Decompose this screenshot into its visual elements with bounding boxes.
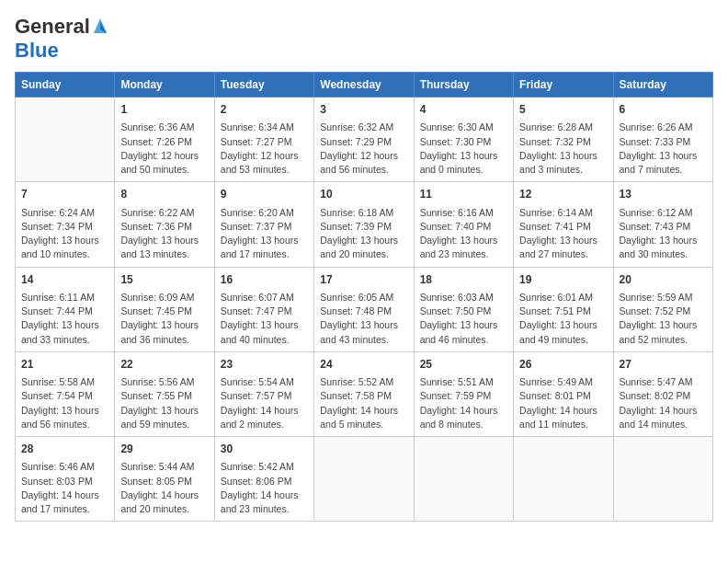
day-number: 19 <box>519 272 607 288</box>
calendar-cell: 19Sunrise: 6:01 AM Sunset: 7:51 PM Dayli… <box>514 267 613 351</box>
day-number: 9 <box>221 187 308 202</box>
calendar-cell: 13Sunrise: 6:12 AM Sunset: 7:43 PM Dayli… <box>613 182 712 267</box>
day-number: 27 <box>620 357 707 373</box>
day-content: Sunrise: 6:34 AM Sunset: 7:27 PM Dayligh… <box>221 121 308 177</box>
logo-arrow-icon <box>90 17 110 37</box>
calendar-week-row: 21Sunrise: 5:58 AM Sunset: 7:54 PM Dayli… <box>16 351 713 436</box>
page-header: General Blue <box>15 15 713 63</box>
calendar-week-row: 28Sunrise: 5:46 AM Sunset: 8:03 PM Dayli… <box>16 437 713 522</box>
calendar-cell: 14Sunrise: 6:11 AM Sunset: 7:44 PM Dayli… <box>16 267 115 351</box>
calendar-week-row: 1Sunrise: 6:36 AM Sunset: 7:26 PM Daylig… <box>16 98 713 182</box>
day-content: Sunrise: 5:58 AM Sunset: 7:54 PM Dayligh… <box>21 375 108 431</box>
day-number: 18 <box>420 272 507 288</box>
day-number: 13 <box>620 187 707 202</box>
logo: General Blue <box>15 15 110 63</box>
day-content: Sunrise: 6:14 AM Sunset: 7:41 PM Dayligh… <box>519 206 607 262</box>
day-number: 3 <box>320 102 407 118</box>
weekday-header: Saturday <box>613 73 712 98</box>
calendar-cell: 5Sunrise: 6:28 AM Sunset: 7:32 PM Daylig… <box>514 98 613 182</box>
calendar-cell: 23Sunrise: 5:54 AM Sunset: 7:57 PM Dayli… <box>214 351 313 436</box>
calendar-cell: 22Sunrise: 5:56 AM Sunset: 7:55 PM Dayli… <box>115 351 214 436</box>
day-number: 5 <box>519 102 607 118</box>
weekday-header: Sunday <box>16 73 115 98</box>
day-content: Sunrise: 6:16 AM Sunset: 7:40 PM Dayligh… <box>420 206 507 262</box>
day-content: Sunrise: 6:09 AM Sunset: 7:45 PM Dayligh… <box>120 291 208 347</box>
calendar-week-row: 14Sunrise: 6:11 AM Sunset: 7:44 PM Dayli… <box>16 267 713 351</box>
weekday-header: Thursday <box>414 73 513 98</box>
calendar-cell: 15Sunrise: 6:09 AM Sunset: 7:45 PM Dayli… <box>115 267 214 351</box>
calendar-cell: 20Sunrise: 5:59 AM Sunset: 7:52 PM Dayli… <box>613 267 712 351</box>
weekday-header: Wednesday <box>314 73 414 98</box>
calendar-cell: 6Sunrise: 6:26 AM Sunset: 7:33 PM Daylig… <box>613 98 712 182</box>
weekday-header: Friday <box>514 73 613 98</box>
day-number: 30 <box>221 442 308 457</box>
weekday-header-row: SundayMondayTuesdayWednesdayThursdayFrid… <box>16 73 713 98</box>
calendar-cell <box>414 437 513 522</box>
day-content: Sunrise: 6:05 AM Sunset: 7:48 PM Dayligh… <box>320 291 407 347</box>
day-content: Sunrise: 5:42 AM Sunset: 8:06 PM Dayligh… <box>221 460 308 516</box>
calendar-cell: 17Sunrise: 6:05 AM Sunset: 7:48 PM Dayli… <box>314 267 414 351</box>
calendar-cell: 9Sunrise: 6:20 AM Sunset: 7:37 PM Daylig… <box>214 182 313 267</box>
calendar-cell: 18Sunrise: 6:03 AM Sunset: 7:50 PM Dayli… <box>414 267 513 351</box>
calendar-cell: 29Sunrise: 5:44 AM Sunset: 8:05 PM Dayli… <box>115 437 214 522</box>
calendar-cell: 2Sunrise: 6:34 AM Sunset: 7:27 PM Daylig… <box>214 98 313 182</box>
day-number: 1 <box>120 102 208 118</box>
calendar-cell <box>16 98 115 182</box>
day-number: 15 <box>120 272 208 288</box>
day-content: Sunrise: 5:54 AM Sunset: 7:57 PM Dayligh… <box>221 375 308 431</box>
calendar-cell: 24Sunrise: 5:52 AM Sunset: 7:58 PM Dayli… <box>314 351 414 436</box>
calendar-cell: 10Sunrise: 6:18 AM Sunset: 7:39 PM Dayli… <box>314 182 414 267</box>
day-number: 20 <box>620 272 707 288</box>
calendar-cell: 1Sunrise: 6:36 AM Sunset: 7:26 PM Daylig… <box>115 98 214 182</box>
weekday-header: Tuesday <box>214 73 313 98</box>
calendar-cell: 25Sunrise: 5:51 AM Sunset: 7:59 PM Dayli… <box>414 351 513 436</box>
calendar-cell: 21Sunrise: 5:58 AM Sunset: 7:54 PM Dayli… <box>16 351 115 436</box>
day-number: 25 <box>420 357 507 373</box>
calendar-table: SundayMondayTuesdayWednesdayThursdayFrid… <box>15 72 713 522</box>
day-content: Sunrise: 5:51 AM Sunset: 7:59 PM Dayligh… <box>420 375 507 431</box>
day-content: Sunrise: 6:32 AM Sunset: 7:29 PM Dayligh… <box>320 121 407 177</box>
calendar-cell: 4Sunrise: 6:30 AM Sunset: 7:30 PM Daylig… <box>414 98 513 182</box>
day-content: Sunrise: 6:11 AM Sunset: 7:44 PM Dayligh… <box>21 291 108 347</box>
day-content: Sunrise: 6:01 AM Sunset: 7:51 PM Dayligh… <box>519 291 607 347</box>
calendar-cell: 26Sunrise: 5:49 AM Sunset: 8:01 PM Dayli… <box>514 351 613 436</box>
day-content: Sunrise: 5:49 AM Sunset: 8:01 PM Dayligh… <box>519 375 607 431</box>
day-content: Sunrise: 6:12 AM Sunset: 7:43 PM Dayligh… <box>620 206 707 262</box>
day-number: 2 <box>221 102 308 118</box>
calendar-cell: 30Sunrise: 5:42 AM Sunset: 8:06 PM Dayli… <box>214 437 313 522</box>
day-content: Sunrise: 6:20 AM Sunset: 7:37 PM Dayligh… <box>221 206 308 262</box>
day-number: 28 <box>21 442 108 457</box>
day-content: Sunrise: 5:44 AM Sunset: 8:05 PM Dayligh… <box>120 460 208 516</box>
day-content: Sunrise: 5:46 AM Sunset: 8:03 PM Dayligh… <box>21 460 108 516</box>
day-content: Sunrise: 6:26 AM Sunset: 7:33 PM Dayligh… <box>620 121 707 177</box>
day-number: 21 <box>21 357 108 373</box>
day-number: 8 <box>120 187 208 202</box>
day-content: Sunrise: 5:59 AM Sunset: 7:52 PM Dayligh… <box>620 291 707 347</box>
day-content: Sunrise: 6:30 AM Sunset: 7:30 PM Dayligh… <box>420 121 507 177</box>
day-content: Sunrise: 6:18 AM Sunset: 7:39 PM Dayligh… <box>320 206 407 262</box>
day-content: Sunrise: 6:07 AM Sunset: 7:47 PM Dayligh… <box>221 291 308 347</box>
logo-general: General <box>15 15 90 39</box>
calendar-cell: 7Sunrise: 6:24 AM Sunset: 7:34 PM Daylig… <box>16 182 115 267</box>
day-content: Sunrise: 6:03 AM Sunset: 7:50 PM Dayligh… <box>420 291 507 347</box>
day-content: Sunrise: 6:24 AM Sunset: 7:34 PM Dayligh… <box>21 206 108 262</box>
calendar-cell <box>613 437 712 522</box>
day-number: 14 <box>21 272 108 288</box>
day-content: Sunrise: 5:56 AM Sunset: 7:55 PM Dayligh… <box>120 375 208 431</box>
day-number: 7 <box>21 187 108 202</box>
logo-blue: Blue <box>15 39 59 62</box>
day-number: 16 <box>221 272 308 288</box>
day-number: 26 <box>519 357 607 373</box>
calendar-cell: 12Sunrise: 6:14 AM Sunset: 7:41 PM Dayli… <box>514 182 613 267</box>
day-content: Sunrise: 6:22 AM Sunset: 7:36 PM Dayligh… <box>120 206 208 262</box>
weekday-header: Monday <box>115 73 214 98</box>
day-number: 6 <box>620 102 707 118</box>
day-number: 22 <box>120 357 208 373</box>
day-number: 11 <box>420 187 507 202</box>
calendar-cell: 8Sunrise: 6:22 AM Sunset: 7:36 PM Daylig… <box>115 182 214 267</box>
calendar-cell <box>314 437 414 522</box>
day-content: Sunrise: 6:36 AM Sunset: 7:26 PM Dayligh… <box>120 121 208 177</box>
calendar-cell: 11Sunrise: 6:16 AM Sunset: 7:40 PM Dayli… <box>414 182 513 267</box>
calendar-cell: 27Sunrise: 5:47 AM Sunset: 8:02 PM Dayli… <box>613 351 712 436</box>
day-content: Sunrise: 6:28 AM Sunset: 7:32 PM Dayligh… <box>519 121 607 177</box>
